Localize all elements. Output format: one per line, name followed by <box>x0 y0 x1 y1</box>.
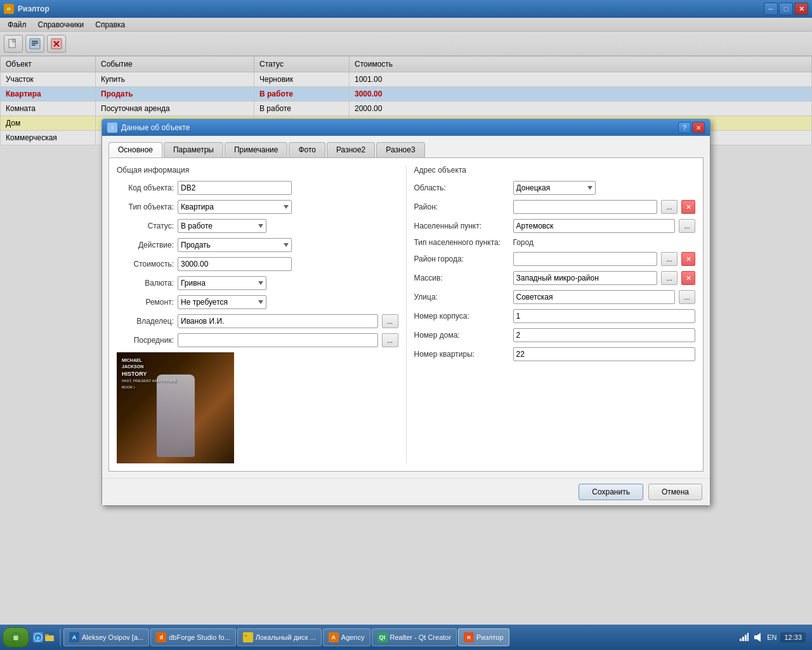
status-select[interactable]: В работе <box>178 219 266 233</box>
dialog-title-left: i Данные об объекте <box>107 123 190 133</box>
massiv-browse-button[interactable]: ... <box>661 271 678 285</box>
taskbar-item-5[interactable]: R Риэлтор <box>458 628 509 646</box>
massiv-label: Массив: <box>414 274 509 282</box>
svg-marker-26 <box>757 633 761 642</box>
clock: 12:33 <box>780 632 806 642</box>
dialog-close-button[interactable]: ✕ <box>692 122 705 133</box>
taskbar-label-2: Локальный диск ... <box>256 633 316 641</box>
owner-browse-button[interactable]: ... <box>382 314 398 328</box>
taskbar-item-3[interactable]: A Agency <box>323 628 370 646</box>
city-district-input[interactable] <box>513 252 658 266</box>
owner-label: Владелец: <box>117 317 174 326</box>
city-district-row: Район города: ... ✕ <box>414 252 696 266</box>
tray-network-icon <box>739 632 749 642</box>
cost-label: Стоимость: <box>117 260 174 269</box>
status-label: Статус: <box>117 222 174 230</box>
svg-text:⊞: ⊞ <box>13 635 18 641</box>
agent-input[interactable] <box>178 333 378 347</box>
right-panel: Адрес объекта Область: Донецкая Район: .… <box>406 166 696 463</box>
code-input[interactable] <box>178 181 292 195</box>
region-select[interactable]: Донецкая <box>513 181 596 195</box>
city-district-browse-button[interactable]: ... <box>661 252 678 266</box>
city-district-clear-button[interactable]: ✕ <box>681 252 695 266</box>
save-button[interactable]: Сохранить <box>579 484 643 500</box>
mj-text: MICHAELJACKSONHISTORYPAST, PRESENT AND F… <box>122 357 176 390</box>
massiv-clear-button[interactable]: ✕ <box>681 271 695 285</box>
dialog-title-bar: i Данные об объекте ? ✕ <box>102 119 710 136</box>
action-row: Действие: Продать <box>117 238 398 252</box>
cost-input[interactable] <box>178 257 292 271</box>
massiv-input[interactable] <box>513 271 658 285</box>
house-row: Номер дома: <box>414 328 696 342</box>
tab-params[interactable]: Параметры <box>164 142 223 157</box>
general-info-label: Общая информация <box>117 166 398 175</box>
taskbar-item-2[interactable]: Локальный диск ... <box>237 628 322 646</box>
dialog-title-text: Данные об объекте <box>121 123 190 132</box>
action-label: Действие: <box>117 241 174 249</box>
district-browse-button[interactable]: ... <box>661 200 678 214</box>
dialog-footer: Сохранить Отмена <box>102 478 710 505</box>
svg-text:e: e <box>36 635 39 641</box>
taskbar-icon-2 <box>243 632 253 642</box>
type-select[interactable]: Квартира <box>178 200 292 214</box>
city-type-value: Город <box>513 238 534 247</box>
tray-lang: EN <box>767 633 776 641</box>
cancel-button[interactable]: Отмена <box>648 484 702 500</box>
svg-text:i: i <box>112 124 113 131</box>
ql-folder-icon[interactable] <box>44 632 55 642</box>
start-button[interactable]: ⊞ <box>3 627 29 647</box>
tab-photo[interactable]: Фото <box>289 142 325 157</box>
city-district-label: Район города: <box>414 255 509 263</box>
svg-rect-19 <box>244 636 252 641</box>
apartment-input[interactable] <box>513 347 696 361</box>
type-row: Тип объекта: Квартира <box>117 200 398 214</box>
action-select[interactable]: Продать <box>178 238 292 252</box>
agent-row: Посредник: ... <box>117 333 398 347</box>
building-row: Номер корпуса: <box>414 309 696 323</box>
cost-row: Стоимость: <box>117 257 398 271</box>
taskbar-icon-0: A <box>69 632 79 642</box>
svg-rect-18 <box>45 634 49 636</box>
street-input[interactable] <box>513 290 676 304</box>
street-browse-button[interactable]: ... <box>679 290 695 304</box>
district-clear-button[interactable]: ✕ <box>681 200 695 214</box>
taskbar-right: EN 12:33 <box>739 632 809 642</box>
taskbar-item-1[interactable]: d dbForge Studio fo... <box>150 628 236 646</box>
taskbar-item-0[interactable]: A Aleksey Osipov [а... <box>63 628 149 646</box>
tab-misc2[interactable]: Разное2 <box>327 142 375 157</box>
taskbar-icon-4: Qt <box>377 632 388 642</box>
tab-main[interactable]: Основное <box>108 142 162 157</box>
city-input[interactable] <box>513 219 676 233</box>
currency-label: Валюта: <box>117 279 174 288</box>
city-browse-button[interactable]: ... <box>679 219 695 233</box>
taskbar-label-1: dbForge Studio fo... <box>169 633 230 641</box>
building-label: Номер корпуса: <box>414 312 509 321</box>
tabs: Основное Параметры Примечание Фото Разно… <box>108 142 704 157</box>
dialog-help-button[interactable]: ? <box>678 122 691 133</box>
currency-row: Валюта: Гривна <box>117 276 398 290</box>
agent-browse-button[interactable]: ... <box>382 333 398 347</box>
ql-ie-icon[interactable]: e <box>33 632 43 642</box>
svg-rect-20 <box>244 635 247 637</box>
district-row: Район: ... ✕ <box>414 200 696 214</box>
taskbar-icon-3: A <box>329 632 339 642</box>
repair-row: Ремонт: Не требуется <box>117 295 398 309</box>
code-label: Код объекта: <box>117 183 174 192</box>
city-type-label: Тип населенного пункта: <box>414 238 509 247</box>
district-input[interactable] <box>513 200 658 214</box>
region-label: Область: <box>414 183 509 192</box>
building-input[interactable] <box>513 309 696 323</box>
modal-overlay: i Данные об объекте ? ✕ Основное Парамет… <box>0 0 812 625</box>
repair-select[interactable]: Не требуется <box>178 295 266 309</box>
taskbar-item-4[interactable]: Qt Realter - Qt Creator <box>372 628 457 646</box>
tab-misc3[interactable]: Разное3 <box>376 142 424 157</box>
tab-note[interactable]: Примечание <box>225 142 287 157</box>
owner-input[interactable] <box>178 314 378 328</box>
currency-select[interactable]: Гривна <box>178 276 266 290</box>
type-label: Тип объекта: <box>117 202 174 211</box>
owner-row: Владелец: ... <box>117 314 398 328</box>
code-row: Код объекта: <box>117 181 398 195</box>
house-input[interactable] <box>513 328 696 342</box>
apartment-label: Номер квартиры: <box>414 350 509 359</box>
dialog: i Данные об объекте ? ✕ Основное Парамет… <box>102 119 710 506</box>
